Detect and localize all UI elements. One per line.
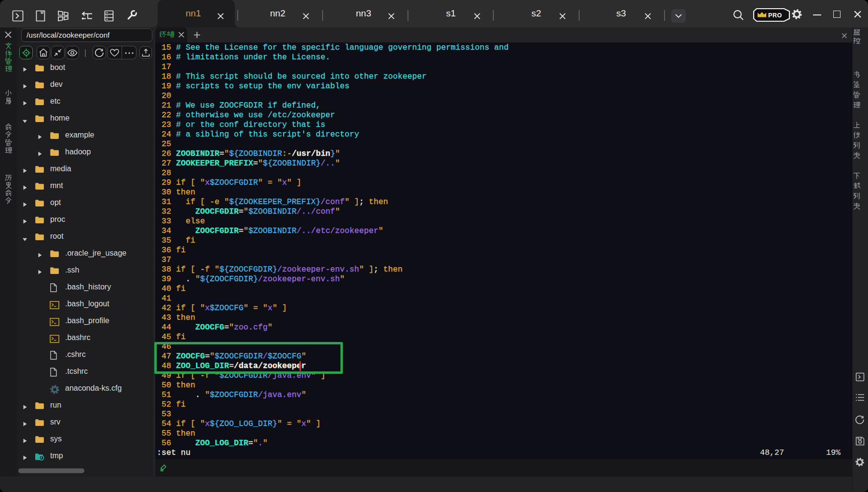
- svg-text:PRO: PRO: [768, 12, 782, 19]
